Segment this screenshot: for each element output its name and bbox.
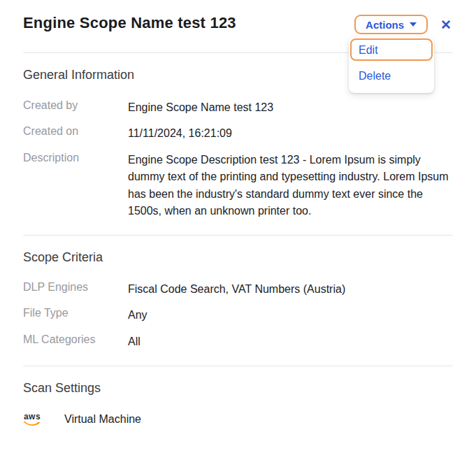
field-value-ml-categories: All [128, 333, 452, 350]
aws-logo-icon: aws [23, 412, 41, 426]
scan-provider-row: aws Virtual Machine [23, 412, 453, 426]
actions-button-label: Actions [366, 19, 404, 31]
field-value-description: Engine Scope Description test 123 - Lore… [128, 152, 452, 220]
section-heading-scope: Scope Criteria [23, 250, 453, 265]
section-divider [23, 366, 453, 366]
aws-smile-arrow [24, 421, 41, 426]
scan-provider-name: Virtual Machine [64, 413, 141, 426]
section-divider [23, 235, 453, 236]
page-title: Engine Scope Name test 123 [23, 14, 236, 32]
chevron-down-icon [410, 22, 417, 27]
section-heading-scan: Scan Settings [23, 381, 453, 396]
field-label-created-by: Created by [23, 99, 128, 116]
section-scope-criteria: Scope Criteria DLP Engines Fiscal Code S… [23, 250, 453, 350]
actions-dropdown-menu: Edit Delete [349, 37, 434, 93]
section-scan-settings: Scan Settings aws Virtual Machine [23, 381, 453, 426]
field-value-dlp-engines: Fiscal Code Search, VAT Numbers (Austria… [128, 281, 452, 298]
field-value-created-by: Engine Scope Name test 123 [128, 99, 452, 116]
header-actions: Actions ✕ [354, 15, 453, 34]
scope-criteria-rows: DLP Engines Fiscal Code Search, VAT Numb… [23, 281, 453, 350]
general-info-rows: Created by Engine Scope Name test 123 Cr… [23, 99, 453, 220]
field-label-file-type: File Type [23, 307, 128, 324]
detail-panel: Engine Scope Name test 123 Actions ✕ Edi… [0, 0, 476, 469]
actions-button[interactable]: Actions [354, 15, 428, 34]
field-value-created-on: 11/11/2024, 16:21:09 [128, 125, 452, 142]
field-label-created-on: Created on [23, 125, 128, 142]
aws-logo-text: aws [24, 412, 41, 421]
menu-item-delete[interactable]: Delete [349, 62, 434, 92]
field-value-file-type: Any [128, 307, 452, 324]
menu-item-edit[interactable]: Edit [350, 38, 433, 61]
field-label-ml-categories: ML Categories [23, 333, 128, 350]
field-label-dlp-engines: DLP Engines [23, 281, 128, 298]
close-icon[interactable]: ✕ [439, 17, 453, 33]
field-label-description: Description [23, 152, 128, 220]
panel-header: Engine Scope Name test 123 Actions ✕ [23, 0, 453, 34]
